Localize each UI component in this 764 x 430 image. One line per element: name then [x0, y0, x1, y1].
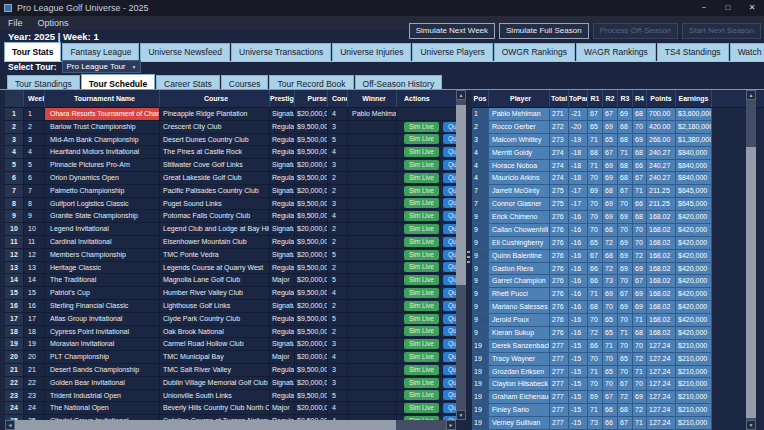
sim-live-button[interactable]: Sim Live [404, 198, 439, 208]
column-header-prestige[interactable]: Prestige [270, 90, 295, 107]
sim-live-button[interactable]: Sim Live [404, 186, 439, 196]
schedule-row[interactable]: 1818Cypress Point InvitationalOak Brook … [5, 326, 466, 339]
column-header-cond[interactable]: Cond. [328, 90, 348, 107]
schedule-row[interactable]: 55Pinnacle Pictures Pro-AmStillwater Cov… [5, 159, 466, 172]
schedule-row[interactable]: 2323Trident Industrial OpenUnionville So… [5, 390, 466, 403]
column-header-total[interactable]: Total [550, 90, 569, 107]
results-vertical-scrollbar[interactable]: ▲ ▼ [746, 90, 756, 430]
column-header-r4[interactable]: R4 [633, 90, 647, 107]
quick-sim-button[interactable]: Quick Sim [443, 250, 456, 260]
column-header-r1[interactable]: R1 [588, 90, 603, 107]
column-header-player[interactable]: Player [489, 90, 550, 107]
sim-live-button[interactable]: Sim Live [404, 326, 439, 336]
column-header-topar[interactable]: ToPar [569, 90, 588, 107]
results-vscroll-thumb[interactable] [746, 147, 756, 418]
sim-live-button[interactable]: Sim Live [404, 250, 439, 260]
scroll-down-icon[interactable]: ▼ [456, 410, 466, 420]
simulate-next-week-button[interactable]: Simulate Next Week [409, 23, 495, 39]
quick-sim-button[interactable]: Quick Sim [443, 134, 456, 144]
minimize-button[interactable]: − [692, 0, 716, 16]
quick-sim-button[interactable]: Quick Sim [443, 275, 456, 285]
column-header-r2[interactable]: R2 [603, 90, 618, 107]
tab-universe-transactions[interactable]: Universe Transactions [231, 43, 331, 61]
sim-live-button[interactable]: Sim Live [404, 211, 439, 221]
sim-live-button[interactable]: Sim Live [404, 314, 439, 324]
quick-sim-button[interactable]: Quick Sim [443, 301, 456, 311]
tab-wagr-rankings[interactable]: WAGR Rankings [576, 43, 656, 61]
schedule-row[interactable]: 99Granite State ChampionshipPotomac Fall… [5, 210, 466, 223]
schedule-row[interactable]: 1313Heritage ClassicLegends Course at Qu… [5, 262, 466, 275]
tab-owgr-rankings[interactable]: OWGR Rankings [494, 43, 575, 61]
schedule-row[interactable]: 11Ohara Resorts Tournament of ChampionsP… [5, 108, 466, 121]
scroll-up-icon[interactable]: ▲ [456, 90, 466, 100]
schedule-row[interactable]: 22Barlow Trust ChampionshipCrescent City… [5, 121, 466, 134]
quick-sim-button[interactable]: Quick Sim [443, 237, 456, 247]
schedule-row[interactable]: 77Palmetto ChampionshipPacific Palisades… [5, 185, 466, 198]
schedule-row[interactable]: 33Mid-Am Bank ChampionshipDesert Dunes C… [5, 134, 466, 147]
select-all-corner[interactable] [5, 90, 24, 107]
schedule-row[interactable]: 2121Desert Sands ChampionshipTMC Salt Ri… [5, 364, 466, 377]
column-header-points[interactable]: Points [647, 90, 676, 107]
scroll-right-icon[interactable]: ► [446, 420, 456, 430]
column-header-r3[interactable]: R3 [618, 90, 633, 107]
sim-live-button[interactable]: Sim Live [404, 365, 439, 375]
schedule-row[interactable]: 1212Members ChampionshipTMC Ponte VedraS… [5, 249, 466, 262]
tour-select-dropdown[interactable]: Pro League Tour ▼ [62, 60, 141, 73]
schedule-row[interactable]: 2020PLT ChampionshipTMC Municipal BayMaj… [5, 351, 466, 364]
sim-live-button[interactable]: Sim Live [404, 160, 439, 170]
sim-live-button[interactable]: Sim Live [404, 275, 439, 285]
quick-sim-button[interactable]: Quick Sim [443, 262, 456, 272]
tab-universe-players[interactable]: Universe Players [412, 43, 492, 61]
tab-tour-stats[interactable]: Tour Stats [4, 42, 61, 61]
schedule-row[interactable]: 44Heartland Motors InvitationalThe Pines… [5, 146, 466, 159]
schedule-row[interactable]: 2424The National OpenBeverly Hills Count… [5, 402, 466, 415]
schedule-row[interactable]: 88Gulfport Logistics ClassicPuget Sound … [5, 198, 466, 211]
schedule-hscroll-thumb[interactable] [15, 420, 396, 430]
schedule-row[interactable]: 1010Legend InvitationalLegend Club and L… [5, 223, 466, 236]
quick-sim-button[interactable]: Quick Sim [443, 122, 456, 132]
sim-live-button[interactable]: Sim Live [404, 147, 439, 157]
quick-sim-button[interactable]: Quick Sim [443, 339, 456, 349]
quick-sim-button[interactable]: Quick Sim [443, 365, 456, 375]
menu-file[interactable]: File [8, 18, 23, 28]
tab-universe-injuries[interactable]: Universe Injuries [332, 43, 411, 61]
quick-sim-button[interactable]: Quick Sim [443, 378, 456, 388]
sim-live-button[interactable]: Sim Live [404, 237, 439, 247]
schedule-row[interactable]: 1414The TraditionalMagnolia Lane Golf Cl… [5, 274, 466, 287]
tab-watch-list[interactable]: Watch List [730, 43, 764, 61]
column-header-course[interactable]: Course [160, 90, 270, 107]
quick-sim-button[interactable]: Quick Sim [443, 326, 456, 336]
sim-live-button[interactable]: Sim Live [404, 224, 439, 234]
tab-ts4-standings[interactable]: TS4 Standings [657, 43, 729, 61]
sim-live-button[interactable]: Sim Live [404, 262, 439, 272]
sim-live-button[interactable]: Sim Live [404, 339, 439, 349]
menu-options[interactable]: Options [38, 18, 69, 28]
quick-sim-button[interactable]: Quick Sim [443, 390, 456, 400]
column-header-purse[interactable]: Purse [295, 90, 328, 107]
tab-universe-newsfeed[interactable]: Universe Newsfeed [140, 43, 230, 61]
close-button[interactable]: ✕ [740, 0, 764, 16]
quick-sim-button[interactable]: Quick Sim [443, 173, 456, 183]
sim-live-button[interactable]: Sim Live [404, 301, 439, 311]
sim-live-button[interactable]: Sim Live [404, 288, 439, 298]
column-header-actions[interactable]: Actions [397, 90, 456, 107]
sim-live-button[interactable]: Sim Live [404, 403, 439, 413]
schedule-row[interactable]: 1919Moravian InvitationalCarmel Road Hol… [5, 338, 466, 351]
quick-sim-button[interactable]: Quick Sim [443, 147, 456, 157]
quick-sim-button[interactable]: Quick Sim [443, 288, 456, 298]
sim-live-button[interactable]: Sim Live [404, 352, 439, 362]
schedule-row[interactable]: 1717Atlas Group InvitationalClyde Park C… [5, 313, 466, 326]
column-header-week[interactable]: Week [24, 90, 45, 107]
quick-sim-button[interactable]: Quick Sim [443, 403, 456, 413]
tab-fantasy-league[interactable]: Fantasy League [62, 43, 139, 61]
sim-live-button[interactable]: Sim Live [404, 173, 439, 183]
quick-sim-button[interactable]: Quick Sim [443, 160, 456, 170]
simulate-full-season-button[interactable]: Simulate Full Season [499, 23, 589, 39]
column-header-winner[interactable]: Winner [348, 90, 397, 107]
schedule-vertical-scrollbar[interactable]: ▲ ▼ [456, 90, 466, 420]
quick-sim-button[interactable]: Quick Sim [443, 198, 456, 208]
schedule-row[interactable]: 1111Cardinal InvitationalEisenhower Moun… [5, 236, 466, 249]
scroll-left-icon[interactable]: ◄ [5, 420, 15, 430]
column-header-earnings[interactable]: Earnings [676, 90, 712, 107]
scroll-down-icon[interactable]: ▼ [746, 420, 756, 430]
